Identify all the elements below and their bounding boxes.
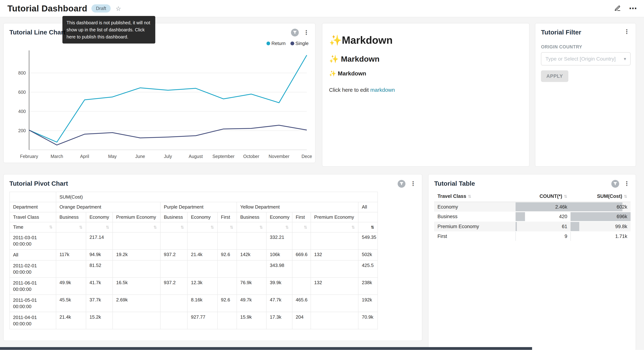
pivot-value-cell: 238k [358,278,378,295]
table-header-count[interactable]: COUNT(*)⇅ [516,191,570,202]
legend-item-return[interactable]: Return [266,40,286,46]
pivot-sort-cell[interactable]: ⇅ [266,222,292,232]
line-chart-svg: 200400600800FebruaryMarchAprilMayJuneJul… [7,47,312,162]
pivot-class-header: Economy [188,212,217,222]
pivot-value-cell: 549.35 [358,232,378,250]
pivot-department-header: Yellow Department [237,202,358,212]
pivot-value-cell: 47.7k [266,295,292,312]
table-row[interactable]: Economy2.46k602k [434,202,630,212]
y-tick-label: 400 [18,109,26,114]
pivot-value-cell [237,260,266,278]
table-header-sum[interactable]: SUM(Cost)⇅ [570,191,630,202]
pivot-value-cell [218,260,237,278]
sort-icon: ⇅ [180,225,184,230]
table-row[interactable]: First91.71k [434,232,630,241]
legend-dot-icon [266,42,270,45]
pivot-value-cell: 117k [56,250,86,260]
filter-indicator-icon[interactable] [398,180,406,188]
sort-icon: ⇅ [230,225,233,230]
table-row[interactable]: Premium Economy6199.8k [434,222,630,232]
pivot-class-header: Economy [86,212,113,222]
pivot-value-cell: 16.5k [113,278,160,295]
x-tick-label: June [135,154,145,159]
chart-legend: ReturnSingle [266,40,308,46]
pivot-sort-cell[interactable]: ⇅ [311,222,358,232]
markdown-body: Click here to edit markdown [329,87,523,93]
filter-indicator-icon[interactable] [291,29,299,36]
pivot-department-header: Orange Department [56,202,160,212]
legend-label: Single [296,40,308,46]
series-line-return [29,55,307,142]
value-bar [570,222,579,231]
pivot-sort-cell[interactable]: ⇅ [188,222,217,232]
kebab-menu-icon[interactable]: ⋮ [303,30,310,36]
pivot-class-header: First [218,212,237,222]
markdown-edit-link[interactable]: markdown [370,87,395,93]
pivot-sort-cell[interactable]: ⇅ [160,222,188,232]
pivot-value-cell [113,260,160,278]
pivot-value-cell: 21.4k [188,250,217,260]
table-header-travel-class[interactable]: Travel Class⇅ [434,191,516,202]
pivot-value-cell: 15.2k [86,312,113,329]
pivot-value-cell [311,295,358,312]
pivot-data-row: 2011-04-01 00:00:0021.4k15.2k927.7715.9k… [10,312,378,329]
series-line-single [29,125,307,145]
x-tick-label: October [243,154,260,159]
origin-country-select[interactable]: Type or Select [Origin Country] ▾ [541,52,630,65]
pivot-value-cell [311,312,358,329]
legend-item-single[interactable]: Single [290,40,308,46]
table-cell-count: 61 [516,222,570,232]
pivot-value-cell: 76.9k [237,278,266,295]
y-tick-label: 200 [18,128,26,133]
pivot-value-cell: 92.6 [218,250,237,260]
publish-tooltip[interactable]: This dashboard is not published, it will… [62,16,155,44]
pivot-sort-cell[interactable]: ⇅ [113,222,160,232]
pivot-value-cell [160,260,188,278]
table-cell-sum: 602k [570,202,630,212]
table-cell-count: 9 [516,232,570,241]
pivot-row-header: 2011-02-01 00:00:00 [10,260,56,278]
kebab-menu-icon[interactable]: ⋮ [624,180,630,187]
pivot-chart-card: Tutorial Pivot Chart ⋮ SUM(Cost)Departme… [3,174,422,341]
pivot-value-cell [56,232,86,250]
apply-button[interactable]: APPLY [541,70,568,82]
legend-label: Return [272,40,286,46]
pivot-sort-cell-active[interactable]: ⇅ [358,222,378,232]
kebab-menu-icon[interactable]: ⋮ [624,29,630,35]
pivot-sort-cell[interactable]: ⇅ [218,222,237,232]
edit-pencil-icon[interactable] [614,5,621,12]
draft-status-badge[interactable]: Draft [92,4,111,12]
pivot-value-cell [188,232,217,250]
markdown-heading-small: ✨ Markdown [329,70,523,77]
pivot-value-cell: 937.2 [160,250,188,260]
x-tick-label: September [212,154,234,159]
value-bar [570,202,622,211]
pivot-value-cell: 937.2 [160,278,188,295]
table-cell-sum: 99.8k [570,222,630,232]
pivot-value-cell [218,232,237,250]
pivot-sort-cell[interactable]: ⇅ [292,222,311,232]
pivot-value-cell [113,232,160,250]
x-tick-label: November [269,154,290,159]
more-menu-icon[interactable]: ⋯ [629,4,637,12]
pivot-value-cell: 45.5k [56,295,86,312]
pivot-value-cell: 132 [311,278,358,295]
pivot-sort-cell[interactable]: ⇅ [86,222,113,232]
pivot-value-cell: 669.6 [292,250,311,260]
pivot-data-row: 2011-05-01 00:00:0045.5k37.7k2.69k8.16k9… [10,295,378,312]
pivot-data-row: 2011-06-01 00:00:0049.9k41.7k16.5k937.21… [10,278,378,295]
pivot-time-sort-cell[interactable]: Time⇅ [10,222,56,232]
pivot-value-cell: 41.7k [86,278,113,295]
sort-icon: ⇅ [49,225,52,230]
pivot-value-cell: 106k [266,250,292,260]
favorite-star-icon[interactable]: ☆ [116,5,121,12]
pivot-sort-cell[interactable]: ⇅ [56,222,86,232]
filter-indicator-icon[interactable] [611,180,619,188]
kebab-menu-icon[interactable]: ⋮ [410,180,416,187]
pivot-sort-cell[interactable]: ⇅ [237,222,266,232]
table-row[interactable]: Business420696k [434,212,630,222]
pivot-value-cell [292,278,311,295]
pivot-card-title: Tutorial Pivot Chart [10,180,68,187]
value-bar [516,222,517,231]
pivot-value-cell: 8.16k [188,295,217,312]
